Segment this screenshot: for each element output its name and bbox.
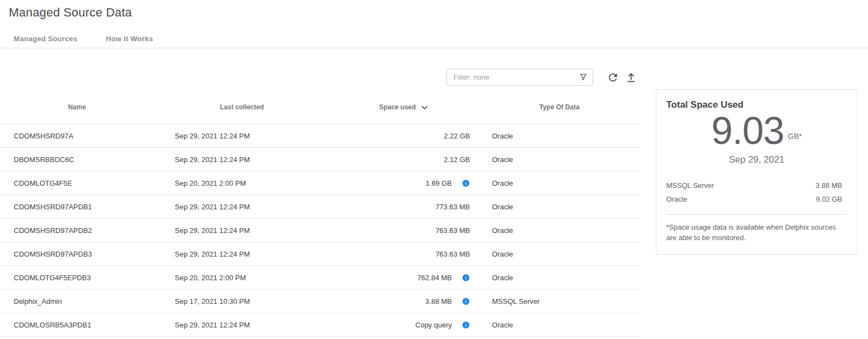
filter-input[interactable] xyxy=(446,69,593,86)
table-header: Name Last collected Space used Type Of D… xyxy=(0,90,640,124)
row-last-collected: Sep 29, 2021 12:24 PM xyxy=(154,321,330,329)
breakdown-row: MSSQL Server 3.88 MB xyxy=(666,179,847,192)
row-type: MSSQL Server xyxy=(478,297,640,305)
row-space-value: 3.88 MB xyxy=(425,297,452,305)
breakdown-value: 3.88 MB xyxy=(816,181,842,190)
row-space-used-cell: 763.63 MB xyxy=(330,250,478,258)
row-last-collected: Sep 20, 2021 2:00 PM xyxy=(154,274,330,282)
row-name: CDOMLOTG4F5EPDB3 xyxy=(0,274,154,282)
row-space-value: 2.22 GB xyxy=(444,132,470,140)
table-row[interactable]: CDOMLOSRB5A3PDB1 Sep 29, 2021 12:24 PM C… xyxy=(0,313,640,337)
info-icon[interactable] xyxy=(462,321,470,329)
toolbar xyxy=(0,48,640,90)
row-last-collected: Sep 29, 2021 12:24 PM xyxy=(154,132,330,140)
row-last-collected: Sep 29, 2021 12:24 PM xyxy=(154,203,330,211)
row-type: Oracle xyxy=(478,179,640,187)
table-row[interactable]: CDOMLOTG4F5E Sep 20, 2021 2:00 PM 1.69 G… xyxy=(0,171,640,195)
table-body: CDOMSHSRD97A Sep 29, 2021 12:24 PM 2.22 … xyxy=(0,124,640,337)
total-space-unit: GB* xyxy=(788,132,802,140)
total-space-used-panel: Total Space Used 9.03GB* Sep 29, 2021 MS… xyxy=(656,89,858,255)
main-content: Name Last collected Space used Type Of D… xyxy=(0,48,868,337)
column-header-space-used[interactable]: Space used xyxy=(330,102,478,112)
row-space-used-cell: 2.12 GB xyxy=(330,155,478,164)
row-type: Oracle xyxy=(478,132,640,140)
row-space-used-cell: Copy query xyxy=(330,321,478,329)
breakdown-label: Oracle xyxy=(666,195,687,203)
table-row[interactable]: CDOMSHSRD97A Sep 29, 2021 12:24 PM 2.22 … xyxy=(0,124,640,148)
total-space-date: Sep 29, 2021 xyxy=(666,154,847,165)
row-type: Oracle xyxy=(478,250,640,258)
row-name: CDOMLOSRB5A3PDB1 xyxy=(0,321,154,329)
row-name: CDOMSHSRD97APDB1 xyxy=(0,203,154,211)
row-space-used-cell: 773.63 MB xyxy=(330,203,478,211)
table-row[interactable]: CDOMLOTG4F5EPDB3 Sep 20, 2021 2:00 PM 76… xyxy=(0,266,640,290)
row-type: Oracle xyxy=(478,203,640,211)
table-row[interactable]: CDOMSHSRD97APDB2 Sep 29, 2021 12:24 PM 7… xyxy=(0,219,640,242)
row-space-used-cell: 2.22 GB xyxy=(330,132,478,140)
row-last-collected: Sep 29, 2021 12:24 PM xyxy=(154,155,330,164)
column-header-last-collected[interactable]: Last collected xyxy=(154,103,330,111)
info-icon[interactable] xyxy=(462,274,470,282)
row-space-value: 762.84 MB xyxy=(417,274,452,282)
panel-title: Total Space Used xyxy=(666,99,847,110)
row-name: DBOMSRBBDC6C xyxy=(0,155,154,164)
table-row[interactable]: DBOMSRBBDC6C Sep 29, 2021 12:24 PM 2.12 … xyxy=(0,148,640,171)
breakdown-row: Oracle 9.02 GB xyxy=(666,192,847,206)
row-space-used-cell: 762.84 MB xyxy=(330,274,478,282)
column-header-space-used-label: Space used xyxy=(379,103,416,111)
breakdown-list: MSSQL Server 3.88 MB Oracle 9.02 GB xyxy=(666,179,847,206)
copy-query-action[interactable]: Copy query xyxy=(416,321,452,329)
breakdown-label: MSSQL Server xyxy=(666,181,714,190)
row-last-collected: Sep 17, 2021 10:30 PM xyxy=(154,297,330,305)
row-name: CDOMSHSRD97APDB3 xyxy=(0,250,154,258)
row-space-used-cell: 1.69 GB xyxy=(330,179,478,187)
row-type: Oracle xyxy=(478,155,640,164)
row-name: CDOMLOTG4F5E xyxy=(0,179,154,187)
row-last-collected: Sep 29, 2021 12:24 PM xyxy=(154,226,330,235)
row-last-collected: Sep 29, 2021 12:24 PM xyxy=(154,250,330,258)
info-icon[interactable] xyxy=(462,179,470,187)
sort-desc-chevron-icon xyxy=(421,103,429,112)
row-space-value: 1.69 GB xyxy=(425,179,452,187)
table-row[interactable]: CDOMSHSRD97APDB3 Sep 29, 2021 12:24 PM 7… xyxy=(0,242,640,266)
breakdown-value: 9.02 GB xyxy=(816,195,842,203)
page-title: Managed Source Data xyxy=(0,0,868,20)
filter-box xyxy=(446,69,593,86)
column-header-type-of-data[interactable]: Type Of Data xyxy=(478,103,640,111)
row-name: Delphix_Admin xyxy=(0,297,154,305)
upload-icon[interactable] xyxy=(625,71,637,84)
row-name: CDOMSHSRD97A xyxy=(0,132,154,140)
table-row[interactable]: Delphix_Admin Sep 17, 2021 10:30 PM 3.88… xyxy=(0,290,640,313)
tab-how-it-works[interactable]: How It Works xyxy=(106,35,153,43)
row-space-used-cell: 763.63 MB xyxy=(330,226,478,235)
refresh-icon[interactable] xyxy=(607,71,619,84)
row-space-value: 763.63 MB xyxy=(435,226,470,235)
panel-divider xyxy=(666,214,847,215)
row-name: CDOMSHSRD97APDB2 xyxy=(0,226,154,235)
row-space-used-cell: 3.88 MB xyxy=(330,297,478,305)
table-row[interactable]: CDOMSHSRD97APDB1 Sep 29, 2021 12:24 PM 7… xyxy=(0,195,640,219)
column-header-name[interactable]: Name xyxy=(0,103,154,111)
row-type: Oracle xyxy=(478,274,640,282)
row-space-value: 2.12 GB xyxy=(444,155,470,164)
row-space-value: 763.63 MB xyxy=(435,250,470,258)
space-usage-footnote: *Space usage data is available when Delp… xyxy=(666,223,847,243)
tab-bar: Managed Sources How It Works xyxy=(0,30,868,48)
row-last-collected: Sep 20, 2021 2:00 PM xyxy=(154,179,330,187)
row-type: Oracle xyxy=(478,226,640,235)
row-type: Oracle xyxy=(478,321,640,329)
row-space-value: 773.63 MB xyxy=(435,203,470,211)
filter-funnel-icon[interactable] xyxy=(579,73,588,81)
total-space-value: 9.03 xyxy=(711,109,784,152)
info-icon[interactable] xyxy=(462,297,470,305)
tab-managed-sources[interactable]: Managed Sources xyxy=(14,35,78,43)
